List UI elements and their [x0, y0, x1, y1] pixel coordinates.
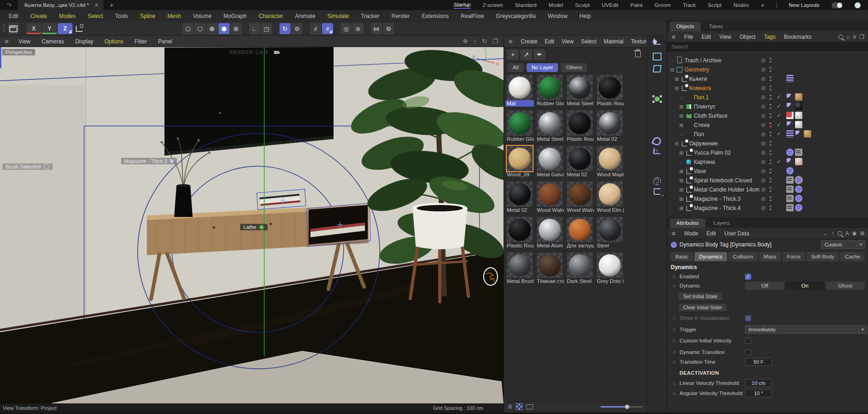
enabled-check-icon[interactable]: ✓ [777, 94, 781, 100]
menu-item[interactable]: Volume [187, 13, 218, 19]
object-tree-row[interactable]: Плинтус ⊘ ✓ [667, 102, 868, 111]
model-mode-button[interactable]: ⬢ [219, 23, 230, 34]
effector-icon[interactable] [649, 118, 665, 130]
material-item[interactable]: Metal 02 [595, 110, 624, 142]
stage-object-icon[interactable]: ST [649, 186, 665, 198]
material-thumbnail[interactable] [507, 181, 533, 207]
material-thumbnail[interactable] [537, 252, 563, 278]
layout-tab[interactable]: Track [683, 2, 696, 8]
no-layer-icon[interactable]: ⊘ [761, 66, 766, 73]
instance-icon[interactable] [654, 148, 661, 154]
object-tag[interactable] [786, 102, 794, 110]
account-avatar[interactable] [855, 2, 861, 8]
key-diamond-icon[interactable]: ◇ [673, 360, 676, 364]
material-item[interactable]: Wood Mapl [595, 146, 624, 178]
object-search-input[interactable]: Search [667, 42, 868, 51]
attribute-panel-tab[interactable]: Attributes [670, 218, 705, 228]
visibility-dots[interactable] [770, 205, 771, 212]
material-thumbnail[interactable] [507, 217, 533, 242]
material-thumbnail[interactable] [597, 75, 623, 100]
bend-deformer-icon[interactable] [649, 135, 665, 147]
object-menu-item[interactable]: Edit [698, 34, 716, 40]
custom-velocity-checkbox[interactable] [745, 338, 751, 344]
search-icon[interactable] [838, 35, 843, 39]
rotate-snap-button[interactable]: ↻ [279, 23, 291, 34]
material-menu-icon[interactable]: ≡ [509, 38, 512, 45]
enabled-checkbox[interactable]: ✓ [745, 274, 751, 280]
attribute-section-tab[interactable]: Dynamics [694, 252, 727, 261]
object-tree-row[interactable]: Комната ⊘ ✓ [667, 84, 868, 93]
list-view-icon[interactable]: ≣ [508, 403, 512, 410]
object-name[interactable]: Комната [689, 85, 711, 91]
object-tag[interactable] [786, 186, 794, 193]
menu-item[interactable]: Character [253, 13, 289, 19]
viewport-canvas[interactable]: Y X Z Perspective RENDER CAM Brush Selec… [0, 47, 504, 403]
visibility-dots[interactable] [770, 187, 771, 193]
no-layer-icon[interactable]: ⊘ [761, 149, 766, 156]
object-name[interactable]: Картина [694, 159, 715, 165]
enabled-check-icon[interactable]: ✓ [777, 112, 781, 119]
up-icon[interactable]: ↑ [832, 230, 834, 237]
load-material-button[interactable]: ↗ [520, 49, 532, 60]
menu-item[interactable]: Window [542, 13, 574, 19]
camera-icon[interactable] [274, 51, 279, 54]
y-axis-lock-button[interactable]: Y [42, 23, 57, 34]
new-document-icon[interactable]: + [110, 1, 114, 9]
attribute-panel-tab[interactable]: Layers [707, 218, 736, 228]
object-tag[interactable] [795, 186, 802, 193]
axis-modify-button[interactable]: ∟ [249, 23, 260, 34]
object-menu-item[interactable]: File [680, 34, 697, 40]
attribute-section-tab[interactable]: Mass [759, 252, 781, 261]
visibility-dots[interactable] [770, 85, 771, 92]
material-thumbnail[interactable] [507, 110, 533, 136]
material-item[interactable]: Тёмная ста [535, 252, 564, 284]
popout-icon[interactable]: ❐ [859, 34, 864, 40]
visibility-dots[interactable] [770, 196, 771, 203]
layout-tab[interactable]: 2 screen [483, 2, 503, 8]
delete-material-button[interactable] [632, 49, 644, 60]
expander-icon[interactable] [679, 196, 684, 202]
layout-tab[interactable]: UVEdit [602, 2, 619, 8]
object-name[interactable]: Vase [694, 168, 706, 174]
pan-icon[interactable]: ✜ [463, 38, 468, 45]
text-object-icon[interactable] [649, 75, 665, 87]
object-tag[interactable] [786, 93, 794, 101]
expander-icon[interactable] [679, 168, 684, 174]
menu-item[interactable]: Mesh [161, 13, 187, 19]
object-tag[interactable] [795, 102, 802, 110]
quantize-button[interactable]: # [322, 23, 333, 34]
visibility-dots[interactable] [770, 76, 771, 83]
object-tag[interactable] [795, 112, 802, 119]
object-tree-row[interactable]: Кьянти ⊘ ✓ [667, 74, 868, 84]
object-name[interactable]: Окружение [689, 140, 718, 147]
no-layer-icon[interactable]: ⊘ [761, 103, 766, 110]
angular-threshold-field[interactable]: 10 ° [745, 389, 772, 397]
symmetry-icon[interactable] [649, 160, 665, 172]
add-layout-icon[interactable]: + [761, 2, 765, 9]
object-tag[interactable] [786, 130, 794, 138]
menu-item[interactable]: Tracker [355, 13, 385, 19]
object-tag[interactable] [786, 112, 794, 119]
expander-icon[interactable] [679, 187, 684, 193]
material-item[interactable]: Metal Brush [505, 252, 534, 284]
menu-item[interactable]: Help [573, 13, 597, 19]
new-material-button[interactable]: + [507, 49, 519, 60]
material-menu-item[interactable]: View [558, 38, 577, 45]
show-viz-checkbox[interactable]: ✓ [745, 315, 751, 321]
object-tag[interactable] [786, 176, 794, 184]
menu-item[interactable]: RealFlow [455, 13, 490, 19]
expander-icon[interactable] [679, 178, 684, 184]
material-thumbnail[interactable] [567, 75, 593, 100]
object-menu-icon[interactable]: ≡ [672, 33, 675, 41]
material-layer-tab[interactable]: No Layer [527, 63, 558, 72]
edges-mode-button[interactable]: ⬡ [194, 23, 206, 34]
visibility-dots[interactable] [770, 132, 771, 138]
material-item[interactable]: Rubber Glo: [505, 110, 534, 142]
material-item[interactable]: Metal 02 [505, 181, 534, 213]
material-menu-item[interactable]: Texture [627, 38, 647, 45]
object-tag[interactable] [795, 176, 802, 184]
key-diamond-icon[interactable]: ◇ [673, 283, 676, 288]
material-item[interactable]: Для заглуш [565, 217, 594, 249]
material-thumbnail[interactable] [597, 252, 623, 278]
home-icon[interactable]: ⌂ [846, 34, 850, 40]
